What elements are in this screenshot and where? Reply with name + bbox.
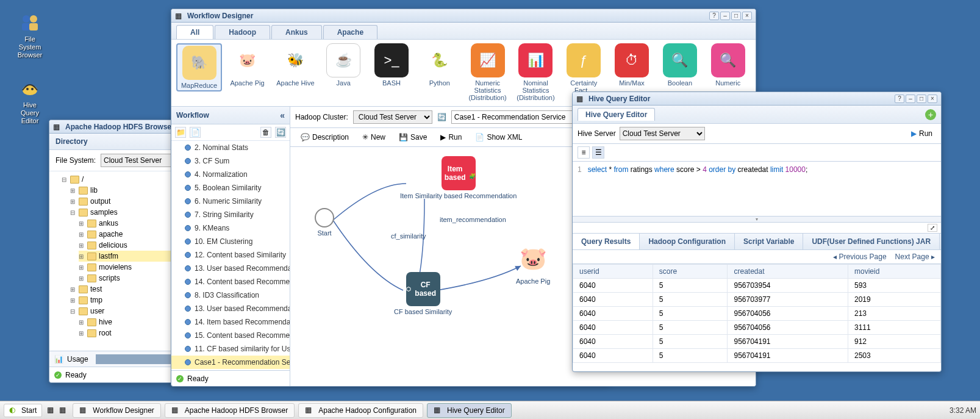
status-text: Ready bbox=[187, 374, 209, 383]
tab-apache[interactable]: Apache bbox=[323, 25, 377, 39]
palette-certainty[interactable]: ƒCertainty Fact... bbox=[561, 43, 607, 94]
maximize-button[interactable]: □ bbox=[917, 95, 926, 103]
table-row[interactable]: 60405956704056213 bbox=[573, 307, 941, 321]
tab-udf-jar[interactable]: UDF(User Defined Functions) JAR bbox=[803, 234, 940, 249]
tab-query-results[interactable]: Query Results bbox=[573, 234, 640, 249]
palette-numeric[interactable]: 🔍Numeric bbox=[705, 43, 751, 87]
table-row[interactable]: 604059567041912503 bbox=[573, 349, 941, 363]
tab-script-variable[interactable]: Script Variable bbox=[735, 234, 803, 249]
workflow-item[interactable]: 14. Item based Recommendati... bbox=[171, 315, 290, 329]
tab-hadoop-config[interactable]: Hadoop Configuration bbox=[640, 234, 735, 249]
workflow-item[interactable]: 14. Content based Recommen... bbox=[171, 275, 290, 288]
edge-label: item_recommendation bbox=[440, 216, 506, 223]
task-hive-editor[interactable]: ▦Hive Query Editor bbox=[427, 403, 512, 418]
workflow-item[interactable]: 10. EM Clustering bbox=[171, 235, 290, 248]
next-page-button[interactable]: Next Page ▸ bbox=[895, 252, 935, 261]
refresh-button[interactable]: 🔄 bbox=[275, 127, 286, 138]
save-button[interactable]: 💾Save bbox=[393, 131, 432, 144]
hive-server-select[interactable]: Cloud Test Server bbox=[620, 127, 705, 140]
delete-button[interactable]: 🗑 bbox=[260, 127, 271, 138]
chevron-down-icon: ▾ bbox=[756, 217, 758, 222]
palette-python[interactable]: 🐍Python bbox=[417, 43, 462, 87]
grid-icon: ▦ bbox=[175, 12, 184, 20]
prev-page-button[interactable]: ◂ Previous Page bbox=[833, 252, 886, 261]
workflow-item[interactable]: 2. Nominal Stats bbox=[171, 141, 290, 154]
column-header[interactable]: movieid bbox=[848, 265, 941, 279]
workflow-item[interactable]: 13. User based Recommendati... bbox=[171, 302, 290, 315]
windows-button[interactable]: ▦ bbox=[59, 406, 69, 415]
column-header[interactable]: createdat bbox=[728, 265, 848, 279]
new-button[interactable]: ✳New bbox=[357, 131, 391, 144]
tab-ankus[interactable]: Ankus bbox=[271, 25, 322, 39]
run-button[interactable]: ▶Run bbox=[435, 131, 467, 144]
workflow-item[interactable]: 15. Content based Recommen... bbox=[171, 329, 290, 342]
hadoop-cluster-select[interactable]: Cloud Test Server bbox=[353, 110, 432, 124]
table-row[interactable]: 604059567039772019 bbox=[573, 293, 941, 307]
run-button[interactable]: ▶Run bbox=[907, 128, 936, 139]
workflow-item[interactable]: 11. CF based similarity for Use... bbox=[171, 342, 290, 356]
workflow-item[interactable]: 5. Boolean Similarity bbox=[171, 181, 290, 195]
task-hadoop-config[interactable]: ▦Apache Hadoop Configuration bbox=[298, 403, 423, 418]
expand-button[interactable]: ⤢ bbox=[928, 224, 937, 232]
palette-mapreduce[interactable]: 🐘MapReduce bbox=[176, 43, 222, 91]
table-row[interactable]: 604059567040563111 bbox=[573, 321, 941, 335]
desktop-icon-hive-query-editor[interactable]: Hive Query Editor bbox=[9, 77, 51, 125]
workflow-item[interactable]: 6. Numeric Similarity bbox=[171, 195, 290, 208]
query-editor[interactable]: 1 select * from ratings where score > 4 … bbox=[573, 162, 941, 217]
workflow-item[interactable]: 12. Content based Similarity bbox=[171, 248, 290, 262]
node-cf-similarity[interactable]: ⬡CF based CF based Similarity bbox=[394, 272, 452, 315]
table-row[interactable]: 60405956704191912 bbox=[573, 335, 941, 349]
palette-nominal-stats[interactable]: 📊Nominal Statistics (Distribution) bbox=[513, 43, 559, 101]
workflow-item[interactable]: 13. User based Recommendati... bbox=[171, 262, 290, 275]
list-button[interactable]: ☰ bbox=[592, 146, 604, 159]
palette-java[interactable]: ☕Java bbox=[321, 43, 367, 87]
titlebar[interactable]: ▦ Hive Query Editor ? – □ × bbox=[573, 92, 941, 106]
show-desktop-button[interactable]: ▦ bbox=[47, 406, 57, 415]
tab-hadoop[interactable]: Hadoop bbox=[215, 25, 270, 39]
table-row[interactable]: 60405956703954593 bbox=[573, 279, 941, 293]
workflow-item[interactable]: Case1 - Recommendation Serv... bbox=[171, 356, 290, 369]
maximize-button[interactable]: □ bbox=[731, 12, 741, 20]
start-button[interactable]: ◐ Start bbox=[4, 404, 42, 417]
collapse-button[interactable]: « bbox=[280, 110, 285, 120]
show-xml-button[interactable]: 📄Show XML bbox=[470, 131, 528, 144]
tab-all[interactable]: All bbox=[176, 25, 213, 39]
task-workflow-designer[interactable]: ▦Workflow Designer bbox=[73, 403, 160, 418]
palette-apache-pig[interactable]: 🐷Apache Pig bbox=[224, 43, 270, 87]
workflow-item[interactable]: 7. String Similarity bbox=[171, 208, 290, 221]
refresh-icon[interactable]: 🔄 bbox=[437, 113, 446, 121]
workflow-item[interactable]: 8. ID3 Classification bbox=[171, 288, 290, 302]
add-item-button[interactable]: 📄 bbox=[190, 127, 201, 138]
column-header[interactable]: userid bbox=[573, 265, 653, 279]
splitter[interactable]: ▾ bbox=[573, 217, 941, 223]
node-item-similarity[interactable]: Item based🧩 Item Similarity based Recomm… bbox=[400, 156, 517, 199]
column-header[interactable]: score bbox=[653, 265, 728, 279]
titlebar[interactable]: ▦ Workflow Designer ? – □ × bbox=[171, 9, 756, 23]
minimize-button[interactable]: – bbox=[906, 95, 915, 103]
minimize-button[interactable]: – bbox=[720, 12, 730, 20]
task-hdfs-browser[interactable]: ▦Apache Hadoop HDFS Browser bbox=[165, 403, 295, 418]
node-start[interactable]: Start bbox=[315, 208, 334, 237]
desktop-icon-label: File System Browser bbox=[9, 35, 51, 59]
workflow-item[interactable]: 4. Normalization bbox=[171, 168, 290, 181]
palette-apache-hive[interactable]: 🐝Apache Hive bbox=[273, 43, 318, 87]
align-left-button[interactable]: ≡ bbox=[578, 146, 590, 159]
palette-numeric-stats[interactable]: 📈Numeric Statistics (Distribution) bbox=[465, 43, 510, 101]
help-button[interactable]: ? bbox=[709, 12, 719, 20]
add-tab-button[interactable]: + bbox=[925, 109, 936, 120]
workflow-item[interactable]: 3. CF Sum bbox=[171, 154, 290, 168]
add-folder-button[interactable]: 📁 bbox=[175, 127, 186, 138]
close-button[interactable]: × bbox=[742, 12, 752, 20]
palette-bash[interactable]: >_BASH bbox=[369, 43, 415, 87]
palette-minmax[interactable]: ⏱Min/Max bbox=[609, 43, 655, 87]
desktop-icon-file-system-browser[interactable]: File System Browser bbox=[9, 11, 51, 59]
help-button[interactable]: ? bbox=[895, 95, 904, 103]
close-button[interactable]: × bbox=[928, 95, 937, 103]
grid-icon: ▦ bbox=[305, 406, 315, 415]
palette-boolean[interactable]: 🔍Boolean bbox=[657, 43, 703, 87]
node-apache-pig[interactable]: 🐷 Apache Pig bbox=[516, 242, 550, 285]
workflow-item[interactable]: 9. KMeans bbox=[171, 221, 290, 235]
description-button[interactable]: 💬Description bbox=[295, 131, 354, 144]
hive-icon: 🐝 bbox=[278, 43, 312, 77]
editor-tab[interactable]: Hive Query Editor bbox=[578, 108, 655, 121]
